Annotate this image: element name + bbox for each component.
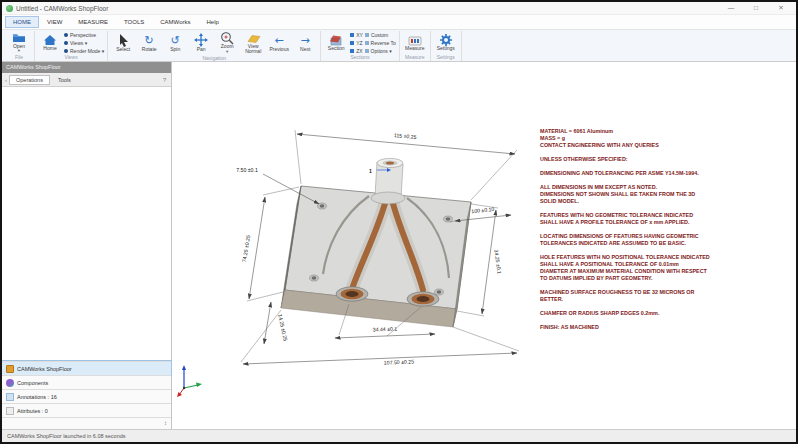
tab-view[interactable]: VIEW bbox=[40, 17, 69, 27]
section-button[interactable]: Section bbox=[324, 33, 348, 51]
sidebar-item-components[interactable]: Components bbox=[2, 375, 171, 389]
previous-label: Previous bbox=[269, 47, 288, 52]
close-button[interactable]: ✕ bbox=[770, 2, 792, 14]
ribbon-group-file: Open ▾ File bbox=[4, 31, 35, 61]
title-bar: Untitled - CAMWorks ShopFloor — □ ✕ bbox=[2, 2, 796, 15]
panel-help-button[interactable]: ? bbox=[163, 77, 168, 83]
plane-zx-checkbox[interactable] bbox=[350, 49, 354, 53]
arrow-left-icon: ← bbox=[275, 34, 284, 47]
ribbon-tab-bar: HOME VIEW MEASURE TOOLS CAMWorks Help bbox=[2, 15, 796, 30]
group-label-settings: Settings bbox=[434, 54, 458, 61]
svg-text:1: 1 bbox=[369, 168, 372, 174]
panel-header: CAMWorks ShopFloor bbox=[2, 62, 171, 73]
engineering-notes: MATERIAL = 6061 Aluminum MASS = g CONTAC… bbox=[540, 128, 790, 331]
group-label-measure: Measure bbox=[403, 54, 427, 61]
group-label-navigation: Navigation bbox=[111, 55, 317, 62]
rotate-button[interactable]: ↻ Rotate bbox=[137, 34, 161, 52]
spin-button[interactable]: ↺ Spin bbox=[163, 34, 187, 52]
render-mode-label: Render Mode ▾ bbox=[70, 48, 104, 54]
measure-button[interactable]: Measure bbox=[403, 33, 427, 51]
dim-bottom: 107.50 ±0.25 bbox=[384, 358, 415, 365]
render-mode-icon bbox=[64, 49, 68, 53]
maximize-button[interactable]: □ bbox=[745, 2, 767, 14]
next-button[interactable]: → Next bbox=[293, 34, 317, 52]
plane-yz-checkbox[interactable] bbox=[350, 41, 354, 45]
sidebar-item-attributes[interactable]: Attributes : 0 bbox=[2, 403, 171, 417]
group-label-views: Views bbox=[38, 54, 104, 61]
dim-left: 74.25 ±0.25 bbox=[241, 235, 251, 263]
sidebar-item-annotations[interactable]: Annotations : 16 bbox=[2, 389, 171, 403]
section-label: Section bbox=[328, 46, 345, 51]
attributes-icon bbox=[6, 407, 14, 415]
arrow-right-icon: → bbox=[301, 34, 310, 47]
reverse-section-button[interactable]: Reverse To bbox=[371, 40, 396, 46]
select-button[interactable]: Select bbox=[111, 34, 135, 52]
next-label: Next bbox=[300, 47, 310, 52]
home-view-button[interactable]: Home bbox=[38, 33, 62, 51]
group-label-file: File bbox=[7, 54, 31, 61]
section-options-button[interactable]: Options ▾ bbox=[371, 48, 392, 54]
graphics-viewport[interactable]: 1 115 ±0.25 7.50 ±0.1 74.25 ±0.25 100 ±0… bbox=[173, 62, 796, 429]
panel-collapse-button[interactable]: ‹ bbox=[5, 77, 7, 83]
pan-icon bbox=[194, 34, 208, 47]
ribbon: Open ▾ File Home Perspective bbox=[2, 30, 796, 62]
custom-section-icon bbox=[365, 33, 369, 37]
tab-measure[interactable]: MEASURE bbox=[71, 17, 115, 27]
annotations-icon bbox=[6, 393, 14, 401]
view-normal-label: View Normal bbox=[241, 44, 265, 55]
coordinate-triad bbox=[175, 362, 203, 398]
custom-section-button[interactable]: Custom bbox=[371, 32, 388, 38]
section-options-icon bbox=[365, 49, 369, 53]
perspective-button[interactable]: Perspective bbox=[64, 32, 104, 38]
group-label-sections: Sections bbox=[324, 54, 396, 61]
measure-label: Measure bbox=[405, 46, 424, 51]
window-title: Untitled - CAMWorks ShopFloor bbox=[16, 5, 108, 12]
central-boss bbox=[371, 158, 405, 204]
ribbon-group-views: Home Perspective Views ▾ Render Mode ▾ bbox=[35, 31, 108, 61]
plane-zx-label: ZX bbox=[356, 48, 362, 54]
spin-label: Spin bbox=[170, 47, 180, 52]
settings-button[interactable]: Settings bbox=[434, 33, 458, 51]
ribbon-group-measure: Measure Measure bbox=[400, 31, 431, 61]
plane-yz-label: YZ bbox=[356, 40, 362, 46]
shopfloor-icon bbox=[6, 365, 14, 373]
rotate-icon: ↻ bbox=[145, 34, 154, 47]
sidebar-item-shopfloor[interactable]: CAMWorks ShopFloor bbox=[2, 361, 171, 375]
select-label: Select bbox=[116, 47, 130, 52]
dim-right-side: 34.25 ±0.1 bbox=[493, 249, 502, 274]
tab-operations[interactable]: Operations bbox=[10, 76, 49, 84]
sidebar-item-label: Components bbox=[17, 380, 48, 386]
dim-top: 115 ±0.25 bbox=[394, 132, 417, 140]
rotate-label: Rotate bbox=[142, 47, 157, 52]
dim-bottom-center: 34.44 ±0.1 bbox=[373, 326, 398, 333]
tab-home[interactable]: HOME bbox=[6, 17, 38, 27]
tab-help[interactable]: Help bbox=[199, 17, 225, 27]
pan-button[interactable]: Pan bbox=[189, 34, 213, 52]
panel-expander[interactable]: ↕ bbox=[2, 417, 171, 429]
previous-button[interactable]: ← Previous bbox=[267, 34, 291, 52]
ribbon-group-settings: Settings Settings bbox=[431, 31, 462, 61]
status-bar: CAMWorks ShopFloor launched in 6.08 seco… bbox=[2, 429, 796, 442]
tab-camworks[interactable]: CAMWorks bbox=[153, 17, 197, 27]
operations-tree[interactable] bbox=[2, 87, 171, 361]
perspective-icon bbox=[64, 33, 68, 37]
components-icon bbox=[6, 379, 14, 387]
zoom-button[interactable]: Zoom ▾ bbox=[215, 31, 239, 54]
sidebar-item-label: Attributes : 0 bbox=[17, 408, 48, 414]
status-message: CAMWorks ShopFloor launched in 6.08 seco… bbox=[7, 433, 126, 439]
part-drawing[interactable]: 1 115 ±0.25 7.50 ±0.1 74.25 ±0.25 100 ±0… bbox=[219, 94, 551, 386]
pan-label: Pan bbox=[197, 47, 206, 52]
cursor-icon bbox=[117, 34, 130, 47]
tab-tools[interactable]: Tools bbox=[52, 76, 77, 84]
render-mode-button[interactable]: Render Mode ▾ bbox=[64, 48, 104, 54]
ribbon-group-navigation: Select ↻ Rotate ↺ Spin bbox=[108, 31, 321, 61]
view-normal-button[interactable]: View Normal bbox=[241, 31, 265, 55]
tab-tools[interactable]: TOOLS bbox=[117, 17, 151, 27]
views-menu-button[interactable]: Views ▾ bbox=[64, 40, 104, 46]
home-view-label: Home bbox=[43, 46, 56, 51]
dim-bottom-left: 14.25 ±0.25 bbox=[277, 314, 289, 342]
plane-xy-checkbox[interactable] bbox=[350, 33, 354, 37]
ribbon-group-sections: Section XY Custom YZ Reverse To bbox=[321, 31, 400, 61]
open-button[interactable]: Open ▾ bbox=[7, 31, 31, 54]
minimize-button[interactable]: — bbox=[720, 2, 742, 14]
